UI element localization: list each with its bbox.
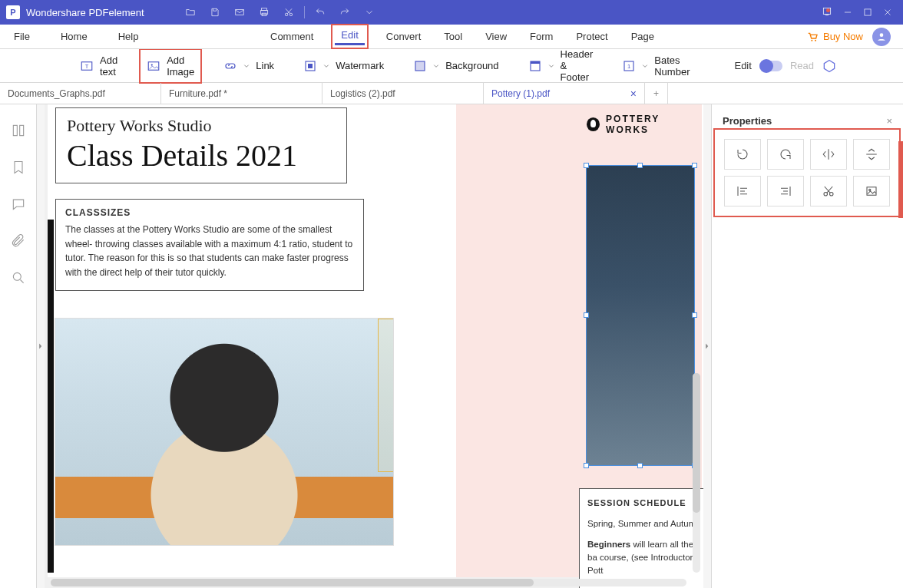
link-label: Link	[256, 60, 274, 71]
menu-help[interactable]: Help	[117, 28, 141, 45]
right-gutter-expand[interactable]	[703, 104, 711, 588]
document-title: Class Details 2021	[67, 137, 336, 173]
header-footer-button[interactable]: Header & Footer	[524, 45, 598, 86]
section-body: The classes at the Pottery Works Studio …	[65, 223, 354, 279]
header-footer-icon	[528, 59, 542, 73]
page-black-strip	[48, 220, 54, 573]
svg-rect-7	[865, 9, 871, 15]
attachments-icon[interactable]	[11, 233, 26, 249]
buy-now-button[interactable]: Buy Now	[806, 31, 863, 43]
resize-handle[interactable]	[584, 463, 589, 468]
settings-hex-icon[interactable]	[822, 58, 837, 74]
header-footer-label: Header & Footer	[561, 48, 594, 83]
tab-furniture[interactable]: Furniture.pdf *	[161, 83, 322, 104]
replace-image-button[interactable]	[853, 176, 890, 206]
menu-tool[interactable]: Tool	[442, 28, 464, 45]
image-icon	[147, 59, 160, 73]
svg-marker-23	[824, 60, 834, 71]
bates-icon: 1	[622, 59, 636, 73]
studio-name: Pottery Works Studio	[67, 116, 336, 136]
svg-rect-24	[13, 125, 17, 135]
section-heading: CLASSSIZES	[65, 207, 354, 218]
svg-rect-3	[262, 13, 266, 16]
document-canvas[interactable]: Pottery Works Studio Class Details 2021 …	[45, 104, 703, 588]
window-controls	[838, 3, 897, 21]
background-button[interactable]: Background	[408, 56, 503, 76]
svg-point-9	[815, 39, 816, 41]
highlight-strip	[898, 141, 903, 218]
rotate-left-button[interactable]	[724, 139, 761, 170]
bookmarks-icon[interactable]	[11, 160, 26, 175]
dropdown-chevron-icon[interactable]	[360, 3, 379, 21]
add-text-label: Add text	[100, 55, 117, 78]
svg-rect-1	[261, 8, 266, 11]
flip-horizontal-button[interactable]	[810, 139, 847, 170]
menu-comment[interactable]: Comment	[269, 28, 315, 45]
svg-point-10	[880, 33, 884, 37]
resize-handle[interactable]	[584, 312, 589, 318]
selection-highlight	[378, 319, 393, 472]
align-right-button[interactable]	[767, 176, 804, 206]
flip-vertical-button[interactable]	[853, 139, 890, 170]
svg-text:T: T	[85, 63, 89, 70]
resize-handle[interactable]	[692, 163, 697, 168]
left-gutter-expand[interactable]	[37, 104, 45, 588]
resize-handle[interactable]	[692, 312, 697, 318]
mail-icon[interactable]	[230, 3, 249, 21]
title-box: Pottery Works Studio Class Details 2021	[55, 107, 347, 183]
menu-page[interactable]: Page	[630, 28, 656, 45]
minimize-button[interactable]	[838, 3, 857, 21]
add-tab-button[interactable]: +	[645, 83, 668, 104]
horizontal-scrollbar[interactable]	[51, 579, 686, 586]
menu-home[interactable]: Home	[59, 28, 89, 45]
menu-view[interactable]: View	[484, 28, 508, 45]
add-image-button[interactable]: Add Image	[142, 51, 199, 81]
notifications-icon[interactable]	[822, 6, 832, 19]
print-icon[interactable]	[255, 3, 273, 21]
redo-icon[interactable]	[336, 3, 354, 21]
bates-number-button[interactable]: 1 Bates Number	[617, 51, 694, 81]
menu-protect[interactable]: Protect	[574, 28, 609, 45]
svg-point-8	[811, 39, 812, 41]
properties-close-icon[interactable]: ×	[886, 115, 892, 127]
cut-icon[interactable]	[280, 3, 298, 21]
open-folder-icon[interactable]	[181, 3, 200, 21]
resize-handle[interactable]	[637, 163, 643, 168]
thumbnails-icon[interactable]	[11, 123, 26, 138]
selected-image[interactable]	[587, 166, 694, 465]
comments-icon[interactable]	[11, 197, 26, 212]
schedule-heading: SESSION SCHEDULE	[587, 497, 701, 510]
menu-convert[interactable]: Convert	[385, 28, 423, 45]
mode-switch[interactable]	[759, 61, 782, 71]
tab-documents-graphs[interactable]: Documents_Graphs.pdf	[0, 83, 161, 104]
add-text-button[interactable]: T Add text	[75, 51, 122, 81]
crop-button[interactable]	[810, 176, 847, 206]
svg-rect-18	[415, 61, 425, 71]
vertical-scrollbar[interactable]	[693, 373, 700, 573]
left-sidebar	[0, 104, 37, 588]
app-logo: P	[6, 5, 20, 19]
menu-form[interactable]: Form	[528, 28, 554, 45]
align-left-button[interactable]	[724, 176, 761, 206]
svg-text:1: 1	[627, 63, 630, 70]
undo-icon[interactable]	[311, 3, 329, 21]
user-avatar[interactable]	[872, 28, 891, 46]
maximize-button[interactable]	[858, 3, 877, 21]
menu-file[interactable]: File	[12, 28, 31, 45]
search-icon[interactable]	[11, 270, 26, 286]
menu-edit[interactable]: Edit	[335, 28, 364, 45]
resize-handle[interactable]	[584, 163, 589, 168]
tab-pottery[interactable]: Pottery (1).pdf×	[484, 83, 645, 104]
title-bar: P Wondershare PDFelement	[0, 0, 903, 25]
edit-mode-toggle[interactable]: Edit Read	[734, 58, 836, 74]
tab-logistics[interactable]: Logistics (2).pdf	[322, 83, 484, 104]
rotate-right-button[interactable]	[767, 139, 804, 170]
resize-handle[interactable]	[637, 463, 643, 468]
save-icon[interactable]	[206, 3, 224, 21]
properties-title: Properties	[723, 115, 772, 127]
close-button[interactable]	[878, 3, 897, 21]
watermark-button[interactable]: Watermark	[299, 56, 389, 76]
tab-close-icon[interactable]: ×	[630, 88, 637, 100]
brand-text: POTTERY WORKS	[606, 114, 702, 135]
link-button[interactable]: Link	[219, 56, 279, 76]
